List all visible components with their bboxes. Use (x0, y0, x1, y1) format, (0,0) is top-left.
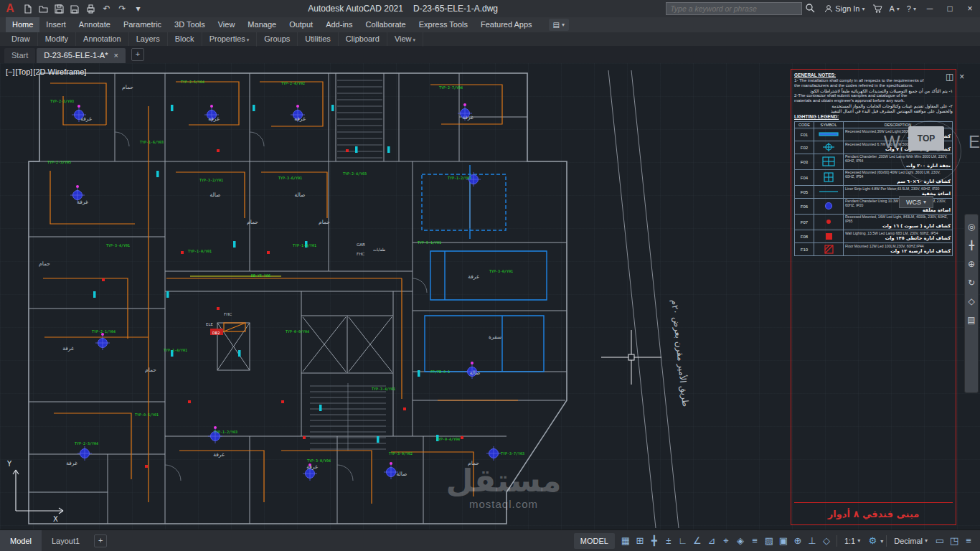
orbit-icon[interactable]: ↻ (968, 278, 975, 288)
ribbon-tab-home[interactable]: Home (6, 17, 39, 32)
general-note-line: والحصول على موافقة المهندس المشرف قبل ال… (794, 108, 953, 113)
general-note-line: ٢- على المقاول تقديم عينات وكتالوجات الخ… (794, 103, 953, 108)
model-paper-toggle[interactable]: MODEL (574, 533, 615, 549)
layout1-tab[interactable]: Layout1 (42, 530, 90, 551)
document-title: D-23-65-ELE-1-A.dwg (413, 4, 498, 14)
app-store-cart-icon[interactable] (872, 4, 882, 13)
ribbon-tab-manage[interactable]: Manage (241, 17, 283, 32)
navigation-wheel-icon[interactable]: ◎ (968, 222, 975, 232)
pan-icon[interactable]: ╋ (969, 240, 974, 250)
status-clean-screen-icon[interactable]: ◳ (947, 533, 961, 549)
status-3d-object-snap-icon[interactable]: ⊕ (791, 533, 805, 549)
svg-text:غرفة: غرفة (62, 345, 74, 352)
status-annotation-monitor-icon[interactable]: ▭ (933, 533, 947, 549)
status-dynamic-input-icon[interactable]: ± (661, 533, 676, 549)
ribbon-panel-layers[interactable]: Layers (129, 32, 168, 46)
status-object-snap-tracking-icon[interactable]: ⌖ (719, 533, 733, 549)
close-button[interactable]: × (960, 0, 980, 17)
viewport-minimize-control[interactable]: [−] (6, 67, 15, 76)
showmotion-icon[interactable]: ◇ (968, 296, 974, 306)
status-selection-filtering-icon[interactable]: ◇ (819, 533, 834, 549)
ribbon-panel-draw[interactable]: Draw (4, 32, 38, 46)
maximize-button[interactable]: □ (940, 0, 960, 17)
building-title: مبنى فندقي ٨ أدوار (794, 502, 953, 522)
ribbon-tab-add-ins[interactable]: Add-ins (319, 17, 359, 32)
undo-icon[interactable]: ↶ (99, 1, 114, 16)
search-icon[interactable] (805, 3, 815, 14)
zoom-icon[interactable]: ⊕ (968, 259, 975, 269)
status-isometric-drafting-icon[interactable]: ⊿ (705, 533, 719, 549)
status-object-snap-icon[interactable]: ◈ (733, 533, 748, 549)
svg-text:حمام: حمام (247, 219, 258, 225)
viewport-visualstyle-control[interactable]: [2D Wireframe] (33, 67, 86, 76)
navbar-more-icon[interactable]: ▤ (967, 315, 975, 325)
viewport-restore-icon[interactable]: ◫ (946, 72, 953, 82)
file-tab-active-document[interactable]: D-23-65-ELE-1-A* × (37, 48, 126, 63)
help-icon[interactable]: ?▾ (907, 4, 916, 13)
ribbon-tab-view[interactable]: View (212, 17, 242, 32)
svg-text:TYP-1-6/Y03: TYP-1-6/Y03 (140, 140, 164, 144)
ribbon-panel-groups[interactable]: Groups (257, 32, 298, 46)
svg-text:TYP-3-0/Y04: TYP-3-0/Y04 (307, 458, 331, 463)
ribbon-panel-utilities[interactable]: Utilities (298, 32, 338, 46)
legend-symbol-grid-square-icon (814, 170, 844, 186)
viewport-close-icon[interactable]: × (959, 72, 964, 82)
status-polar-tracking-icon[interactable]: ∠ (690, 533, 705, 549)
ribbon-panel-view[interactable]: View▾ (387, 32, 423, 47)
ribbon-display-toggle[interactable]: ▤ ▾ (549, 19, 569, 31)
status-customization-icon[interactable]: ≡ (961, 533, 976, 549)
ribbon-tab-featured-apps[interactable]: Featured Apps (474, 17, 539, 32)
ribbon-tab-express-tools[interactable]: Express Tools (413, 17, 474, 32)
svg-text:غرفة: غرفة (462, 114, 473, 121)
ribbon-tab-collaborate[interactable]: Collaborate (359, 17, 412, 32)
units-dropdown[interactable]: Decimal▾ (890, 533, 932, 549)
status-lineweight-icon[interactable]: ≡ (748, 533, 762, 549)
svg-text:غرفة: غرفة (80, 116, 92, 122)
ucs-icon: Y X (6, 460, 63, 523)
save-as-icon[interactable] (67, 1, 83, 16)
sign-in-button[interactable]: Sign In▾ (824, 4, 864, 13)
quick-access-dropdown-icon[interactable]: ▾ (131, 1, 146, 16)
wcs-menu[interactable]: WCS▾ (899, 196, 933, 208)
ribbon-tab-3d-tools[interactable]: 3D Tools (168, 17, 212, 32)
ribbon-tab-insert[interactable]: Insert (39, 17, 72, 32)
gear-dropdown-icon[interactable]: ▾ (880, 538, 883, 545)
file-tab-start[interactable]: Start (4, 48, 35, 63)
ribbon-tab-output[interactable]: Output (283, 17, 319, 32)
new-tab-button[interactable]: + (131, 48, 144, 61)
autocad-logo-icon[interactable]: A (0, 0, 20, 17)
legend-symbol-plus-icon (814, 141, 844, 154)
redo-icon[interactable]: ↷ (115, 1, 130, 16)
close-tab-icon[interactable]: × (114, 48, 118, 63)
ribbon-panel-annotation[interactable]: Annotation (76, 32, 129, 46)
model-space-canvas[interactable]: [−][Top][2D Wireframe] (0, 63, 980, 529)
lighting-legend-table: CODE SYMBOL DESCRIPTION F01Recessed Moun… (794, 121, 953, 256)
save-icon[interactable] (52, 1, 67, 16)
plot-icon[interactable] (83, 1, 98, 16)
ribbon-tab-annotate[interactable]: Annotate (72, 17, 117, 32)
ribbon-panel-modify[interactable]: Modify (38, 32, 76, 46)
status-ortho-mode-icon[interactable]: ∟ (676, 533, 690, 549)
ribbon-panel-properties[interactable]: Properties▾ (202, 32, 258, 47)
status-infer-constraints-icon[interactable]: ╋ (647, 533, 661, 549)
annotation-scale-dropdown[interactable]: 1:1▾ (840, 533, 864, 549)
user-icon (824, 4, 833, 13)
status-dynamic-ucs-icon[interactable]: ⊥ (805, 533, 819, 549)
status-snap-mode-icon[interactable]: ⊞ (633, 533, 647, 549)
status-transparency-icon[interactable]: ▨ (762, 533, 776, 549)
model-tab[interactable]: Model (0, 530, 42, 551)
new-layout-button[interactable]: + (94, 534, 107, 547)
viewport-view-control[interactable]: [Top] (16, 67, 33, 76)
status-grid-display-icon[interactable]: ▦ (618, 533, 633, 549)
status-selection-cycling-icon[interactable]: ▣ (776, 533, 791, 549)
ribbon-tab-parametric[interactable]: Parametric (117, 17, 168, 32)
settings-gear-icon[interactable]: ⚙ (865, 533, 880, 549)
autodesk-app-icon[interactable]: A▾ (890, 4, 900, 13)
open-folder-icon[interactable] (36, 1, 51, 16)
minimize-button[interactable]: ─ (920, 0, 940, 17)
search-input[interactable] (666, 2, 802, 15)
legend-symbol-line-icon (814, 186, 844, 199)
ribbon-panel-clipboard[interactable]: Clipboard (339, 32, 387, 46)
ribbon-panel-block[interactable]: Block (168, 32, 202, 46)
new-file-icon[interactable] (20, 1, 35, 16)
